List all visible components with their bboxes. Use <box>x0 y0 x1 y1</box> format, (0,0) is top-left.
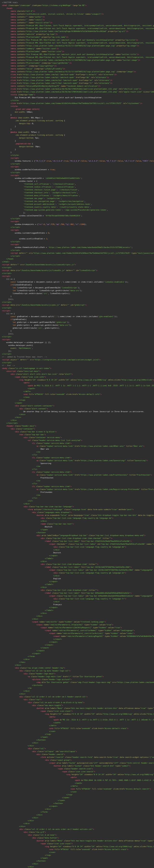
source-line: </input> <box>2 649 154 652</box>
source-line: </use> <box>2 790 154 793</box>
source-line: <div class="languages-menu dropdown"> <box>2 511 154 514</box>
source-line: </defs> <box>2 390 154 393</box>
source-line: <input checked="" class="top-bar-list-ra… <box>2 543 154 546</box>
source-line: window.themeAssetsPublicPath = 'https://… <box>2 246 154 249</box>
source-line: <use fill="#758CA3" fill-rule="evenodd" … <box>2 393 154 396</box>
source-line: </div> <box>2 863 154 865</box>
source-line: Um unseren Shop in vollem Umfang nutzen … <box>2 410 154 413</box>
source-line: </input> <box>2 646 154 649</box>
source-line: </a> <box>2 494 154 497</box>
source-line: })(); <box>2 333 154 335</box>
source-line: </span> <box>2 799 154 802</box>
source-line: <div class="col-sm-auto d-none d-sm-bloc… <box>2 701 154 704</box>
source-line: @media (max-width: 991.98px) { <box>2 117 154 119</box>
source-line: <div class="top-bar-list-icon language-f… <box>2 517 154 520</box>
source-line: </div> <box>2 520 154 523</box>
source-line: </div> <box>2 822 154 825</box>
source-line: <div class="col-12 col-lg-auto header-lo… <box>2 670 154 672</box>
source-line: </div> <box>2 586 154 589</box>
source-line: <path d="M3 13c-.5523 0-1-.4477-1-1s.447… <box>2 718 154 721</box>
source-line: <div class="header-search"> <box>2 753 154 756</box>
source-line: <div class="alert-content-container"> <box>2 404 154 407</box>
source-line: </label> <box>2 557 154 560</box>
source-line: <!DOCTYPE html> <box>2 1 154 4</box>
source-line: </path> <box>2 721 154 724</box>
source-line: <li class="topbar-service-menu-item"> <box>2 485 154 488</box>
source-line: }; <box>2 212 154 214</box>
source-line: </path> <box>2 387 154 390</box>
source-line: 'frontend.cms.page': '/widgets/cms', <box>2 197 154 200</box>
source-line: <link href="https://www.platten-laden.co… <box>2 76 154 79</box>
source-line: </div> <box>2 618 154 621</box>
source-line: <span class="icon icon-stack"> <box>2 710 154 713</box>
source-line: <a class="topbar-service-menu-link" href… <box>2 488 154 491</box>
source-line: <div class="container service-menu"> <box>2 436 154 439</box>
source-line: Die Premium HPL-Oberflächen von Lamitech… <box>2 96 154 99</box>
source-line: <meta content="Premium HPL-Oberflächen m… <box>2 41 154 44</box>
source-line: <script> <box>2 338 154 341</box>
source-line: window.breakpoints = {"xs":0,"sm":576,"m… <box>2 223 154 226</box>
source-line: <link href="https://www.platten-laden.co… <box>2 79 154 82</box>
source-line: } <box>2 114 154 117</box>
source-line: <ul class="header-service-menu-list list… <box>2 439 154 442</box>
source-line: </svg> <box>2 733 154 736</box>
source-line: <form action="/checkout/language" class=… <box>2 508 154 511</box>
source-line: <meta content="Plattenladen" itemprop="c… <box>2 62 154 65</box>
source-line: <meta content="https://www.platten-laden… <box>2 30 154 33</box>
source-line: <label class="top-bar-list-label" for="t… <box>2 540 154 543</box>
source-line: window.dataLayer = window.dataLayer || [… <box>2 341 154 344</box>
source-line: } <box>2 128 154 131</box>
source-line: </a> <box>2 479 154 482</box>
source-line: linkedInScript.setAttribute('src', linke… <box>2 292 154 295</box>
source-line: <script> <box>2 157 154 160</box>
source-line: <script data-src="/bundles/basetheme/ass… <box>2 304 154 307</box>
source-line: <script defer="" src="/bundles/basetheme… <box>2 263 154 266</box>
source-line: margin-bottom: 10px; <box>2 145 154 148</box>
source-line: if(gtmEnabled){ <box>2 318 154 321</box>
source-line: <meta content="width=device-width, initi… <box>2 13 154 16</box>
source-line: </div> <box>2 612 154 615</box>
source-line: <div class="row align-items-center heade… <box>2 666 154 670</box>
source-line: <script> <box>2 165 154 168</box>
source-line: .cms-element-product-listing-actions .so… <box>2 134 154 136</box>
source-line: <span class="icon icon-info"> <box>2 376 154 378</box>
source-line: </use> <box>2 851 154 854</box>
source-line: <div class="menu-button"> <box>2 837 154 839</box>
source-line: <head> <box>2 7 154 10</box>
source-line: <script> <box>2 174 154 177</box>
source-line: <body class="is-ctl-landingpage is-act-i… <box>2 367 154 370</box>
source-line: </ul> <box>2 499 154 502</box>
source-line: <link href="https://www.platten-laden.co… <box>2 73 154 76</box>
source-line: </div> <box>2 744 154 747</box>
source-line: English <box>2 577 154 580</box>
source-line: <div class="collapse" id="searchCollapse… <box>2 750 154 753</box>
source-line: } <box>2 151 154 154</box>
source-line: </script> <box>2 217 154 220</box>
source-line: window.useDefaultCookieConsent = true; <box>2 168 154 171</box>
source-line: <link href="https://www.platten-laden.co… <box>2 102 154 105</box>
source-line: margin-bottom: 5px; <box>2 136 154 140</box>
source-line: <input class="top-bar-list-radio" id="to… <box>2 595 154 597</box>
source-line: <use fill="#758CA3" fill-rule="evenodd" … <box>2 787 154 790</box>
source-line: Français <box>2 603 154 606</box>
source-line: </div> <box>2 560 154 563</box>
source-line: </script> <box>2 171 154 174</box>
source-line: <noscript class="noscript-main"> <box>2 370 154 373</box>
source-line: Profikunden <box>2 491 154 494</box>
source-line: </use> <box>2 396 154 399</box>
source-line: <html itemscope="itemscope" itemtype="ht… <box>2 4 154 7</box>
source-line: <title itemprop="name"> <box>2 93 154 96</box>
source-line: <meta content="" name="robots"/> <box>2 19 154 21</box>
source-line: </div> <box>2 692 154 695</box>
source-line: <span class="top-bar-nav-text"> <box>2 523 154 525</box>
source-line: window.salesChannelId = '9ff8b79cdab5436… <box>2 214 154 217</box>
source-line: </input> <box>2 644 154 646</box>
source-line: if(linkedInEnabled){ <box>2 283 154 286</box>
source-line: <div class="top-bar-list-item dropdown-i… <box>2 589 154 592</box>
source-line: </div> <box>2 575 154 577</box>
source-line: <div class="row g-0"> <box>2 831 154 834</box>
source-line: </div> <box>2 419 154 422</box>
source-line: 'frontend.cookie.offcanvas': '/cookie/of… <box>2 186 154 188</box>
source-line: </span> <box>2 736 154 739</box>
source-line: </div> <box>2 664 154 666</box>
